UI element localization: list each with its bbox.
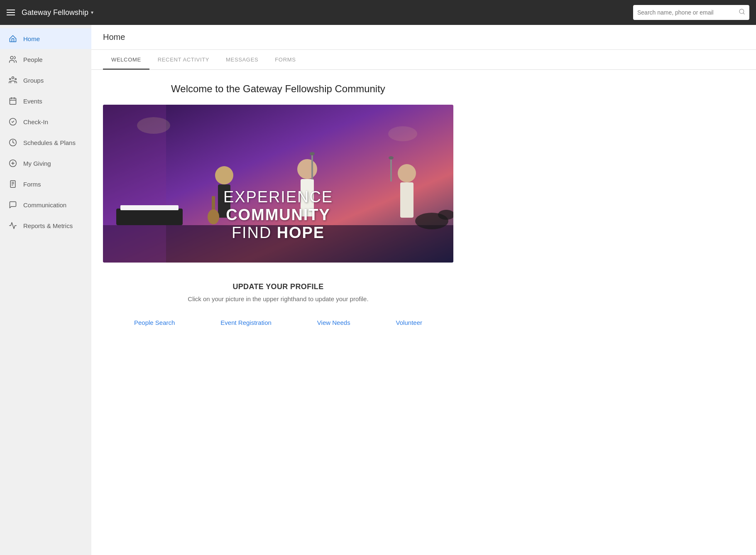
groups-icon	[8, 76, 17, 85]
update-profile-section: UPDATE YOUR PROFILE Click on your pictur…	[103, 282, 453, 302]
giving-icon	[8, 159, 17, 168]
top-navigation: Gateway Fellowship ▾	[0, 0, 756, 25]
sidebar-item-people[interactable]: People	[0, 49, 91, 70]
welcome-panel: Welcome to the Gateway Fellowship Commun…	[91, 70, 465, 343]
svg-rect-30	[311, 155, 313, 179]
welcome-heading: Welcome to the Gateway Fellowship Commun…	[103, 83, 453, 95]
svg-rect-6	[10, 98, 16, 104]
sidebar-label-mygiving: My Giving	[23, 160, 51, 167]
sidebar-label-events: Events	[23, 98, 42, 105]
sidebar-label-people: People	[23, 56, 43, 63]
hero-line2: FIND HOPE	[191, 224, 366, 242]
svg-rect-15	[10, 181, 15, 188]
reports-icon	[8, 221, 17, 230]
sidebar-item-home[interactable]: Home	[0, 28, 91, 49]
sidebar-item-groups[interactable]: Groups	[0, 70, 91, 91]
sidebar-item-mygiving[interactable]: My Giving	[0, 153, 91, 174]
search-icon	[739, 8, 745, 17]
sidebar-label-checkin: Check-In	[23, 118, 48, 125]
hero-overlay-text: EXPERIENCE COMMUNITY FIND HOPE	[191, 188, 366, 242]
svg-point-2	[10, 56, 13, 59]
sidebar-label-groups: Groups	[23, 77, 44, 84]
search-bar	[633, 5, 749, 20]
tab-bar: WELCOME RECENT ACTIVITY MESSAGES FORMS	[91, 50, 756, 70]
svg-rect-37	[120, 205, 179, 210]
svg-point-35	[389, 156, 394, 160]
home-icon	[8, 34, 17, 43]
sidebar-item-forms[interactable]: Forms	[0, 174, 91, 194]
event-registration-link[interactable]: Event Registration	[220, 319, 272, 326]
hero-image: EXPERIENCE COMMUNITY FIND HOPE	[103, 105, 453, 263]
svg-point-32	[398, 164, 416, 182]
svg-point-5	[15, 79, 16, 80]
svg-line-1	[743, 13, 744, 14]
sidebar-item-reports[interactable]: Reports & Metrics	[0, 215, 91, 236]
sidebar: Home People Groups Events Check-In	[0, 25, 91, 555]
app-layout: Home People Groups Events Check-In	[0, 25, 756, 555]
sidebar-item-checkin[interactable]: Check-In	[0, 111, 91, 132]
tab-welcome[interactable]: WELCOME	[103, 50, 149, 70]
search-input[interactable]	[637, 9, 735, 16]
sidebar-label-forms: Forms	[23, 181, 41, 188]
content-area: WELCOME RECENT ACTIVITY MESSAGES FORMS W…	[91, 50, 756, 555]
svg-rect-34	[390, 159, 392, 182]
quick-links: People Search Event Registration View Ne…	[103, 319, 453, 326]
communication-icon	[8, 200, 17, 209]
checkin-icon	[8, 117, 17, 126]
people-icon	[8, 55, 17, 64]
people-search-link[interactable]: People Search	[134, 319, 175, 326]
org-name-dropdown[interactable]: Gateway Fellowship ▾	[22, 8, 93, 17]
sidebar-item-events[interactable]: Events	[0, 91, 91, 111]
org-dropdown-chevron: ▾	[91, 10, 93, 15]
svg-point-23	[388, 126, 417, 141]
tab-messages[interactable]: MESSAGES	[218, 50, 267, 70]
update-profile-description: Click on your picture in the upper right…	[103, 295, 453, 302]
main-content: Home WELCOME RECENT ACTIVITY MESSAGES FO…	[91, 25, 756, 555]
events-icon	[8, 96, 17, 106]
sidebar-label-communication: Communication	[23, 201, 66, 209]
hamburger-menu-button[interactable]	[7, 10, 15, 15]
tab-forms[interactable]: FORMS	[267, 50, 304, 70]
hero-line1-bold: COMMUNITY	[226, 206, 330, 223]
svg-point-31	[310, 152, 315, 155]
sidebar-label-schedules: Schedules & Plans	[23, 139, 76, 146]
hero-line2-bold: HOPE	[277, 224, 325, 241]
view-needs-link[interactable]: View Needs	[317, 319, 350, 326]
volunteer-link[interactable]: Volunteer	[396, 319, 422, 326]
update-profile-title: UPDATE YOUR PROFILE	[103, 282, 453, 291]
svg-rect-33	[400, 182, 413, 218]
svg-point-3	[12, 77, 14, 79]
svg-point-22	[137, 117, 170, 134]
org-name-label: Gateway Fellowship	[22, 8, 88, 17]
sidebar-label-home: Home	[23, 35, 40, 42]
page-title: Home	[91, 25, 756, 50]
forms-icon	[8, 179, 17, 189]
tab-recent-activity[interactable]: RECENT ACTIVITY	[149, 50, 218, 70]
schedules-icon	[8, 138, 17, 147]
svg-rect-36	[116, 209, 183, 225]
sidebar-item-schedules[interactable]: Schedules & Plans	[0, 132, 91, 153]
sidebar-label-reports: Reports & Metrics	[23, 222, 73, 229]
hero-line2-normal: FIND	[232, 224, 277, 241]
hero-line1-normal: EXPERIENCE	[223, 188, 333, 206]
svg-point-28	[297, 159, 317, 179]
svg-point-4	[10, 79, 11, 80]
svg-point-24	[215, 166, 233, 184]
hero-line1: EXPERIENCE COMMUNITY	[191, 188, 366, 224]
sidebar-item-communication[interactable]: Communication	[0, 194, 91, 215]
